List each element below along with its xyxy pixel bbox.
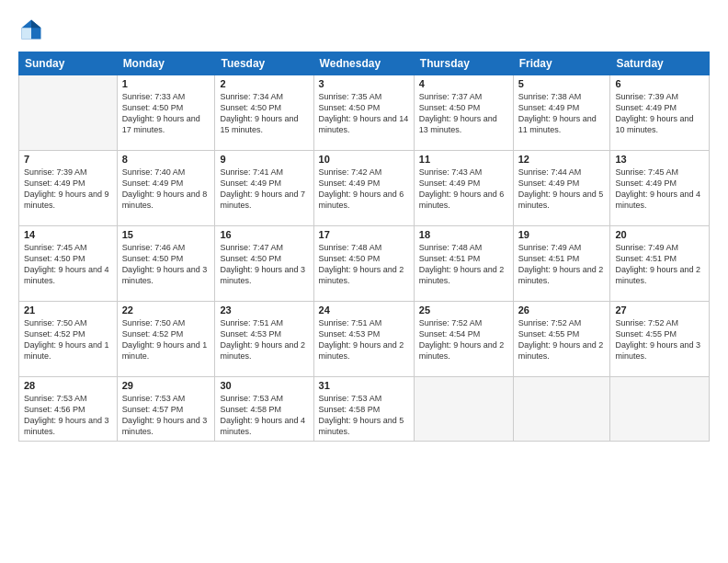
calendar-cell: 22Sunrise: 7:50 AMSunset: 4:52 PMDayligh… xyxy=(117,302,215,377)
calendar-cell: 1Sunrise: 7:33 AMSunset: 4:50 PMDaylight… xyxy=(117,75,215,151)
calendar-header-sunday: Sunday xyxy=(19,52,118,75)
calendar-cell: 15Sunrise: 7:46 AMSunset: 4:50 PMDayligh… xyxy=(117,226,215,302)
day-info: Sunrise: 7:53 AMSunset: 4:58 PMDaylight:… xyxy=(319,393,409,438)
calendar-cell: 7Sunrise: 7:39 AMSunset: 4:49 PMDaylight… xyxy=(19,151,118,226)
calendar-cell: 20Sunrise: 7:49 AMSunset: 4:51 PMDayligh… xyxy=(610,226,710,302)
day-info: Sunrise: 7:51 AMSunset: 4:53 PMDaylight:… xyxy=(319,317,409,362)
calendar-cell: 13Sunrise: 7:45 AMSunset: 4:49 PMDayligh… xyxy=(610,151,710,226)
day-number: 23 xyxy=(220,304,308,316)
calendar-cell xyxy=(414,377,513,442)
day-info: Sunrise: 7:52 AMSunset: 4:54 PMDaylight:… xyxy=(419,317,508,362)
day-info: Sunrise: 7:45 AMSunset: 4:49 PMDaylight:… xyxy=(615,167,704,212)
day-number: 24 xyxy=(319,304,409,316)
logo xyxy=(18,17,48,42)
day-info: Sunrise: 7:39 AMSunset: 4:49 PMDaylight:… xyxy=(24,167,112,212)
calendar-header-wednesday: Wednesday xyxy=(313,52,414,75)
day-number: 31 xyxy=(319,380,409,391)
calendar-cell: 25Sunrise: 7:52 AMSunset: 4:54 PMDayligh… xyxy=(414,302,513,377)
svg-marker-1 xyxy=(31,20,41,29)
day-number: 21 xyxy=(24,304,112,316)
calendar-cell: 23Sunrise: 7:51 AMSunset: 4:53 PMDayligh… xyxy=(215,302,313,377)
day-number: 6 xyxy=(615,78,704,89)
day-number: 14 xyxy=(24,229,112,240)
day-info: Sunrise: 7:39 AMSunset: 4:49 PMDaylight:… xyxy=(615,91,704,136)
calendar-cell: 6Sunrise: 7:39 AMSunset: 4:49 PMDaylight… xyxy=(610,75,710,151)
page-header xyxy=(18,17,710,42)
day-number: 8 xyxy=(122,154,210,165)
calendar-cell: 18Sunrise: 7:48 AMSunset: 4:51 PMDayligh… xyxy=(414,226,513,302)
calendar-cell: 10Sunrise: 7:42 AMSunset: 4:49 PMDayligh… xyxy=(313,151,414,226)
calendar-cell xyxy=(19,75,118,151)
calendar-cell: 30Sunrise: 7:53 AMSunset: 4:58 PMDayligh… xyxy=(215,377,313,442)
day-info: Sunrise: 7:45 AMSunset: 4:50 PMDaylight:… xyxy=(24,242,112,287)
day-number: 17 xyxy=(319,229,409,240)
day-number: 1 xyxy=(122,78,210,89)
day-info: Sunrise: 7:51 AMSunset: 4:53 PMDaylight:… xyxy=(220,317,308,362)
day-number: 5 xyxy=(518,78,606,89)
calendar-cell: 11Sunrise: 7:43 AMSunset: 4:49 PMDayligh… xyxy=(414,151,513,226)
day-info: Sunrise: 7:49 AMSunset: 4:51 PMDaylight:… xyxy=(518,242,606,287)
day-number: 3 xyxy=(319,78,409,89)
calendar-cell: 24Sunrise: 7:51 AMSunset: 4:53 PMDayligh… xyxy=(313,302,414,377)
logo-icon xyxy=(18,17,44,42)
day-number: 2 xyxy=(220,78,308,89)
svg-rect-2 xyxy=(22,28,32,39)
day-number: 15 xyxy=(122,229,210,240)
calendar-cell: 29Sunrise: 7:53 AMSunset: 4:57 PMDayligh… xyxy=(117,377,215,442)
day-info: Sunrise: 7:50 AMSunset: 4:52 PMDaylight:… xyxy=(24,317,112,362)
calendar-header-tuesday: Tuesday xyxy=(215,52,313,75)
day-info: Sunrise: 7:52 AMSunset: 4:55 PMDaylight:… xyxy=(615,317,704,362)
day-number: 7 xyxy=(24,154,112,165)
day-number: 9 xyxy=(220,154,308,165)
calendar-cell: 14Sunrise: 7:45 AMSunset: 4:50 PMDayligh… xyxy=(19,226,118,302)
day-number: 12 xyxy=(518,154,606,165)
day-number: 29 xyxy=(122,380,210,391)
calendar-table: SundayMondayTuesdayWednesdayThursdayFrid… xyxy=(18,52,710,442)
calendar-cell: 12Sunrise: 7:44 AMSunset: 4:49 PMDayligh… xyxy=(513,151,610,226)
calendar-cell: 2Sunrise: 7:34 AMSunset: 4:50 PMDaylight… xyxy=(215,75,313,151)
calendar-cell: 17Sunrise: 7:48 AMSunset: 4:50 PMDayligh… xyxy=(313,226,414,302)
day-info: Sunrise: 7:53 AMSunset: 4:57 PMDaylight:… xyxy=(122,393,210,438)
day-number: 30 xyxy=(220,380,308,391)
day-number: 22 xyxy=(122,304,210,316)
calendar-header-thursday: Thursday xyxy=(414,52,513,75)
day-number: 13 xyxy=(615,154,704,165)
calendar-cell: 16Sunrise: 7:47 AMSunset: 4:50 PMDayligh… xyxy=(215,226,313,302)
day-number: 26 xyxy=(518,304,606,316)
day-info: Sunrise: 7:43 AMSunset: 4:49 PMDaylight:… xyxy=(419,167,508,212)
day-info: Sunrise: 7:38 AMSunset: 4:49 PMDaylight:… xyxy=(518,91,606,136)
calendar-cell: 27Sunrise: 7:52 AMSunset: 4:55 PMDayligh… xyxy=(610,302,710,377)
calendar-cell: 26Sunrise: 7:52 AMSunset: 4:55 PMDayligh… xyxy=(513,302,610,377)
calendar-cell: 28Sunrise: 7:53 AMSunset: 4:56 PMDayligh… xyxy=(19,377,118,442)
day-info: Sunrise: 7:50 AMSunset: 4:52 PMDaylight:… xyxy=(122,317,210,362)
calendar-cell: 21Sunrise: 7:50 AMSunset: 4:52 PMDayligh… xyxy=(19,302,118,377)
calendar-header-row: SundayMondayTuesdayWednesdayThursdayFrid… xyxy=(19,52,710,75)
day-number: 25 xyxy=(419,304,508,316)
day-info: Sunrise: 7:46 AMSunset: 4:50 PMDaylight:… xyxy=(122,242,210,287)
day-number: 4 xyxy=(419,78,508,89)
day-number: 28 xyxy=(24,380,112,391)
day-number: 18 xyxy=(419,229,508,240)
day-info: Sunrise: 7:49 AMSunset: 4:51 PMDaylight:… xyxy=(615,242,704,287)
day-info: Sunrise: 7:44 AMSunset: 4:49 PMDaylight:… xyxy=(518,167,606,212)
day-info: Sunrise: 7:40 AMSunset: 4:49 PMDaylight:… xyxy=(122,167,210,212)
day-info: Sunrise: 7:47 AMSunset: 4:50 PMDaylight:… xyxy=(220,242,308,287)
calendar-cell: 19Sunrise: 7:49 AMSunset: 4:51 PMDayligh… xyxy=(513,226,610,302)
calendar-cell: 4Sunrise: 7:37 AMSunset: 4:50 PMDaylight… xyxy=(414,75,513,151)
day-number: 27 xyxy=(615,304,704,316)
day-number: 19 xyxy=(518,229,606,240)
calendar-cell: 3Sunrise: 7:35 AMSunset: 4:50 PMDaylight… xyxy=(313,75,414,151)
day-info: Sunrise: 7:48 AMSunset: 4:51 PMDaylight:… xyxy=(419,242,508,287)
calendar-cell xyxy=(610,377,710,442)
day-info: Sunrise: 7:41 AMSunset: 4:49 PMDaylight:… xyxy=(220,167,308,212)
day-info: Sunrise: 7:37 AMSunset: 4:50 PMDaylight:… xyxy=(419,91,508,136)
day-number: 16 xyxy=(220,229,308,240)
calendar-cell: 5Sunrise: 7:38 AMSunset: 4:49 PMDaylight… xyxy=(513,75,610,151)
day-info: Sunrise: 7:53 AMSunset: 4:56 PMDaylight:… xyxy=(24,393,112,438)
day-info: Sunrise: 7:34 AMSunset: 4:50 PMDaylight:… xyxy=(220,91,308,136)
day-number: 11 xyxy=(419,154,508,165)
calendar-cell: 8Sunrise: 7:40 AMSunset: 4:49 PMDaylight… xyxy=(117,151,215,226)
day-number: 10 xyxy=(319,154,409,165)
calendar-header-saturday: Saturday xyxy=(610,52,710,75)
day-info: Sunrise: 7:52 AMSunset: 4:55 PMDaylight:… xyxy=(518,317,606,362)
